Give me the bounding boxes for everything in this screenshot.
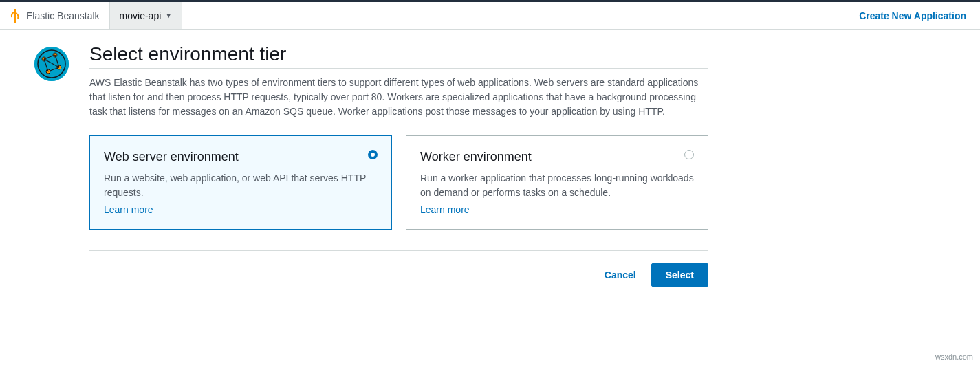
- breadcrumb-service[interactable]: Elastic Beanstalk: [0, 2, 110, 29]
- select-button[interactable]: Select: [651, 263, 708, 287]
- chevron-down-icon: ▼: [165, 12, 172, 19]
- breadcrumb-bar: Elastic Beanstalk movie-api ▼ Create New…: [0, 2, 980, 30]
- breadcrumb-app[interactable]: movie-api ▼: [110, 2, 183, 29]
- tier-web-server[interactable]: Web server environment Run a website, we…: [89, 135, 392, 230]
- radio-web-server[interactable]: [368, 150, 378, 159]
- tier-worker-title: Worker environment: [420, 150, 694, 164]
- cancel-button[interactable]: Cancel: [602, 264, 639, 286]
- icon-column: [14, 43, 89, 287]
- tier-worker-desc: Run a worker application that processes …: [420, 171, 694, 200]
- main-column: Select environment tier AWS Elastic Bean…: [89, 43, 708, 287]
- breadcrumb-app-label: movie-api: [120, 10, 162, 21]
- learn-more-worker[interactable]: Learn more: [420, 204, 470, 215]
- tier-options: Web server environment Run a website, we…: [89, 135, 708, 230]
- page-title: Select environment tier: [89, 43, 708, 65]
- learn-more-web[interactable]: Learn more: [104, 204, 153, 215]
- beanstalk-icon: [10, 9, 21, 23]
- title-rule: [89, 68, 708, 69]
- tier-worker[interactable]: Worker environment Run a worker applicat…: [406, 135, 708, 230]
- environment-icon: [34, 47, 69, 81]
- tier-web-desc: Run a website, web application, or web A…: [104, 171, 378, 200]
- tier-web-title: Web server environment: [104, 150, 378, 164]
- button-row: Cancel Select: [89, 263, 708, 287]
- content: Select environment tier AWS Elastic Bean…: [0, 30, 980, 300]
- create-new-application-link[interactable]: Create New Application: [845, 10, 980, 21]
- page-description: AWS Elastic Beanstalk has two types of e…: [89, 76, 708, 119]
- breadcrumb-service-label: Elastic Beanstalk: [26, 10, 100, 21]
- radio-worker[interactable]: [684, 150, 694, 159]
- footer-rule: [89, 250, 708, 251]
- svg-point-0: [34, 47, 69, 81]
